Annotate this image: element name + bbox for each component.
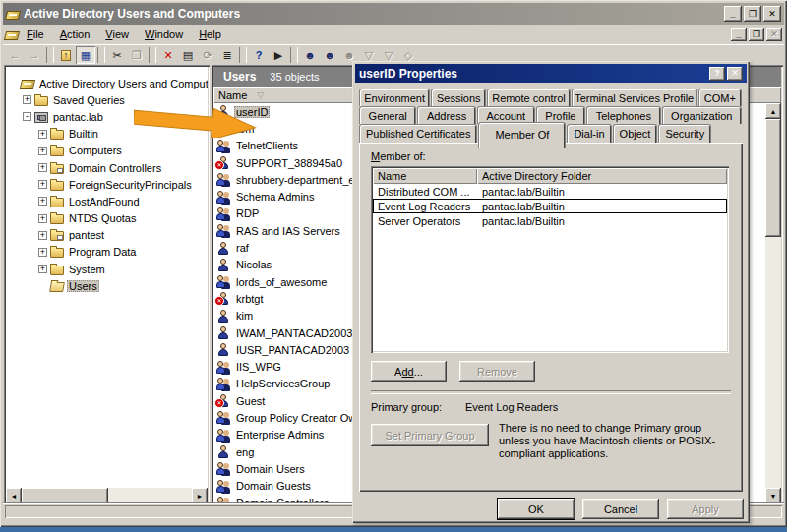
tree-item-label[interactable]: ForeignSecurityPrincipals <box>67 179 194 191</box>
toolbar-button[interactable] <box>46 47 54 63</box>
object-label[interactable]: HelpServicesGroup <box>234 378 332 389</box>
add-button[interactable]: Add... <box>371 361 447 382</box>
dialog-tab[interactable]: Terminal Services Profile <box>572 89 697 106</box>
tree-expander-icon[interactable]: + <box>38 180 47 189</box>
dialog-tab[interactable]: Security <box>658 124 711 143</box>
dialog-tab[interactable]: Organization <box>662 106 743 124</box>
tree-item[interactable]: + LostAndFound <box>6 193 208 209</box>
menu-item[interactable]: Action <box>52 27 98 42</box>
object-label[interactable]: kim <box>234 310 255 322</box>
dialog-tab[interactable]: Object <box>613 124 658 143</box>
object-label[interactable]: Schema Admins <box>234 191 316 203</box>
object-label[interactable]: lords_of_awesome <box>234 276 329 288</box>
ok-button[interactable]: OK <box>498 499 575 519</box>
object-label[interactable]: Domain Guests <box>234 480 313 492</box>
tree-item[interactable]: Active Directory Users and Computer <box>6 75 208 91</box>
toolbar-button[interactable]: ✂ <box>107 46 127 64</box>
tree-expander-icon[interactable]: + <box>38 197 47 206</box>
tree-horizontal-scrollbar[interactable]: ◄ ► <box>6 488 208 503</box>
dialog-tab[interactable]: Telephones <box>586 106 660 124</box>
dialog-tab[interactable]: Dial-in <box>567 124 611 143</box>
tree-item-label[interactable]: pantest <box>67 229 106 241</box>
tree-item-label[interactable]: pantac.lab <box>51 111 105 123</box>
dialog-tab[interactable]: Remote control <box>487 89 570 106</box>
toolbar-button[interactable]: ? <box>249 46 269 64</box>
scroll-down-icon[interactable]: ▼ <box>765 488 781 503</box>
object-label[interactable]: RDP <box>234 207 261 219</box>
dialog-tab[interactable]: General <box>359 106 416 124</box>
menu-item[interactable]: View <box>97 27 137 42</box>
tree-expander-icon[interactable]: + <box>38 248 47 257</box>
tree-expander-icon[interactable]: + <box>38 163 47 172</box>
toolbar-button[interactable]: ▦ <box>76 46 95 64</box>
tree-expander-icon[interactable]: + <box>23 95 31 104</box>
scrollbar-thumb[interactable] <box>765 119 781 237</box>
scroll-up-icon[interactable]: ▲ <box>765 103 781 119</box>
tree-item[interactable]: + System <box>6 261 208 277</box>
object-label[interactable]: raf <box>234 242 251 254</box>
toolbar-button[interactable]: ☻ <box>300 46 320 64</box>
toolbar-button[interactable]: ← <box>5 46 25 64</box>
group-membership-row[interactable]: Event Log Readers pantac.lab/Builtin <box>373 199 727 213</box>
tree-expander-icon[interactable]: + <box>38 147 47 155</box>
object-label[interactable]: Group Policy Creator Own <box>234 412 364 424</box>
scroll-left-icon[interactable]: ◄ <box>6 488 22 503</box>
toolbar-button[interactable]: ✕ <box>158 46 178 64</box>
tree-item[interactable]: + NTDS Quotas <box>6 210 208 227</box>
toolbar-button[interactable]: ≣ <box>217 46 237 64</box>
group-membership-row[interactable]: Server Operators pantac.lab/Builtin <box>373 213 727 228</box>
column-header-name[interactable]: Name <box>373 168 477 184</box>
object-label[interactable]: IIS_WPG <box>234 361 283 373</box>
tree-item[interactable]: + Domain Controllers <box>6 159 208 176</box>
menu-item[interactable]: Help <box>191 27 229 42</box>
dialog-tab[interactable]: Member Of <box>478 122 566 148</box>
object-label[interactable]: Nicolas <box>234 259 273 270</box>
dialog-close-button[interactable]: ✕ <box>727 67 743 81</box>
toolbar-button[interactable]: ❐ <box>127 46 147 64</box>
tree-item-label[interactable]: Saved Queries <box>51 94 127 106</box>
cancel-button[interactable]: Cancel <box>582 499 659 519</box>
toolbar-button[interactable] <box>97 47 105 63</box>
child-window-icon[interactable] <box>4 31 20 40</box>
tree-expander-icon[interactable]: + <box>38 130 47 139</box>
object-label[interactable]: IUSR_PANTACAD2003 <box>234 344 351 356</box>
menu-item[interactable]: Window <box>137 27 191 42</box>
tree-item[interactable]: + pantest <box>6 227 208 244</box>
object-label[interactable]: eng <box>234 446 256 458</box>
tree-expander-icon[interactable]: - <box>23 112 31 121</box>
tree-item-label[interactable]: Users <box>67 280 99 292</box>
minimize-button[interactable]: _ <box>724 6 742 22</box>
maximize-button[interactable]: ❐ <box>744 6 761 22</box>
toolbar-button[interactable]: ☻ <box>320 46 339 64</box>
object-label[interactable]: Domain Users <box>234 463 307 475</box>
toolbar-button[interactable]: → <box>25 46 44 64</box>
dialog-tab[interactable]: Address <box>417 106 476 124</box>
toolbar-button[interactable]: ▤ <box>178 46 198 64</box>
tree-expander-icon[interactable]: + <box>38 231 47 240</box>
object-label[interactable]: Guest <box>234 395 267 407</box>
tree-item[interactable]: + Computers <box>6 143 208 159</box>
object-label[interactable]: krbtgt <box>234 293 266 305</box>
object-label[interactable]: RAS and IAS Servers <box>234 225 342 237</box>
group-membership-row[interactable]: Distributed COM ... pantac.lab/Builtin <box>373 184 727 199</box>
tree-item[interactable]: + Program Data <box>6 244 208 261</box>
tree-item-label[interactable]: LostAndFound <box>67 196 142 207</box>
tree-item-label[interactable]: NTDS Quotas <box>67 212 138 224</box>
tree-item-label[interactable]: Computers <box>67 145 124 156</box>
tree-item-label[interactable]: System <box>67 264 107 275</box>
object-label[interactable]: TelnetClients <box>234 140 300 151</box>
menu-item[interactable]: File <box>19 27 52 42</box>
tree-expander-icon[interactable]: + <box>38 214 47 223</box>
toolbar-button[interactable]: ⟳ <box>198 46 217 64</box>
tree-item-label[interactable]: Active Directory Users and Computer <box>37 78 208 89</box>
toolbar-button[interactable] <box>149 47 156 63</box>
scrollbar-thumb[interactable] <box>22 488 108 503</box>
child-restore-button[interactable]: ❐ <box>749 28 764 41</box>
tree-item[interactable]: Users <box>6 277 208 294</box>
column-header-folder[interactable]: Active Directory Folder <box>477 168 727 184</box>
toolbar-button[interactable] <box>290 47 298 63</box>
close-button[interactable]: ✕ <box>763 6 781 22</box>
tree-item-label[interactable]: Program Data <box>67 246 138 258</box>
results-vertical-scrollbar[interactable]: ▲ ▼ <box>765 103 781 503</box>
dialog-tab[interactable]: COM+ <box>698 89 742 106</box>
